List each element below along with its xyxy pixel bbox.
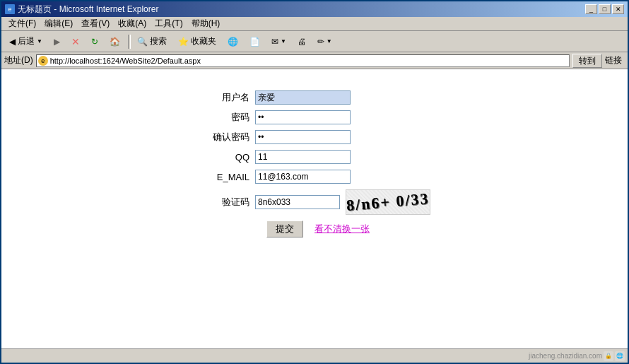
menu-file[interactable]: 文件(F) [4, 17, 40, 30]
refresh-button[interactable]: ↻ [86, 33, 103, 50]
password-row: 密码 [199, 110, 430, 124]
history-button[interactable]: 📄 [245, 33, 265, 50]
menu-view[interactable]: 查看(V) [77, 17, 114, 30]
address-input[interactable] [50, 57, 568, 65]
forward-button[interactable]: ▶ [49, 33, 65, 50]
maximize-button[interactable]: □ [599, 4, 611, 14]
menu-favorites[interactable]: 收藏(A) [114, 17, 151, 30]
menu-help[interactable]: 帮助(H) [187, 17, 225, 30]
address-input-wrap: e [36, 54, 570, 67]
security-icon: 🔒 [604, 351, 613, 361]
address-label: 地址(D) [4, 54, 33, 66]
qq-input[interactable] [255, 150, 351, 164]
go-button[interactable]: 转到 [572, 54, 602, 68]
edit-dropdown-icon: ▼ [327, 38, 332, 45]
title-bar: e 无标题页 - Microsoft Internet Explorer _ □… [1, 1, 628, 17]
refresh-icon: ↻ [91, 37, 98, 47]
window-title: 无标题页 - Microsoft Internet Explorer [18, 4, 158, 16]
email-row: E_MAIL [199, 170, 430, 184]
captcha-row: 验证码 8/n6+ 0/33 [199, 189, 430, 215]
home-button[interactable]: 🏠 [105, 33, 125, 50]
password-label: 密码 [199, 111, 255, 124]
mail-dropdown-icon: ▼ [281, 38, 286, 45]
search-icon: 🔍 [137, 37, 148, 47]
status-bar: jiacheng.chazidian.com 🔒 🌐 [1, 348, 628, 363]
stop-icon: ✕ [71, 36, 80, 47]
username-label: 用户名 [199, 91, 255, 104]
page-icon: e [38, 56, 48, 66]
username-input[interactable] [255, 90, 351, 105]
refresh-captcha-link[interactable]: 看不清换一张 [314, 223, 370, 235]
mail-button[interactable]: ✉ ▼ [266, 33, 291, 50]
submit-button[interactable]: 提交 [266, 221, 303, 237]
qq-row: QQ [199, 150, 430, 164]
forward-icon: ▶ [54, 37, 60, 47]
media-icon: 🌐 [228, 37, 238, 47]
email-label: E_MAIL [199, 172, 255, 182]
password-input[interactable] [255, 110, 351, 124]
back-icon: ◀ [9, 37, 16, 47]
confirm-input[interactable] [255, 130, 351, 144]
stop-button[interactable]: ✕ [66, 33, 85, 50]
mail-icon: ✉ [271, 37, 278, 47]
address-bar: 地址(D) e 转到 链接 [1, 52, 628, 69]
qq-label: QQ [199, 152, 255, 163]
toolbar: ◀ 后退 ▼ ▶ ✕ ↻ 🏠 🔍 搜索 ⭐ 收藏夹 🌐 📄 [1, 31, 628, 52]
captcha-input[interactable] [255, 195, 340, 209]
captcha-image: 8/n6+ 0/33 [346, 189, 430, 215]
home-icon: 🏠 [110, 37, 120, 47]
confirm-row: 确认密码 [199, 130, 430, 144]
status-right: jiacheng.chazidian.com 🔒 🌐 [529, 351, 625, 361]
edit-button[interactable]: ✏ ▼ [312, 33, 337, 50]
menu-tools[interactable]: 工具(T) [151, 17, 187, 30]
submit-row: 提交 看不清换一张 [199, 221, 430, 237]
back-dropdown-icon: ▼ [37, 38, 42, 45]
close-button[interactable]: ✕ [612, 4, 624, 14]
registration-form: 用户名 密码 确认密码 QQ E_MAIL [199, 90, 430, 237]
watermark-text: jiacheng.chazidian.com [529, 352, 602, 360]
print-icon: 🖨 [298, 37, 306, 47]
email-input[interactable] [255, 170, 351, 184]
history-icon: 📄 [249, 37, 260, 47]
print-button[interactable]: 🖨 [293, 33, 311, 50]
back-button[interactable]: ◀ 后退 ▼ [4, 33, 47, 50]
confirm-label: 确认密码 [199, 131, 255, 143]
captcha-label: 验证码 [199, 196, 255, 209]
menu-bar: 文件(F) 编辑(E) 查看(V) 收藏(A) 工具(T) 帮助(H) [1, 17, 628, 31]
content-area: 用户名 密码 确认密码 QQ E_MAIL [1, 69, 628, 348]
edit-icon: ✏ [317, 37, 324, 47]
browser-icon: e [5, 4, 15, 14]
favorites-button[interactable]: ⭐ 收藏夹 [173, 33, 221, 50]
browser-window: e 无标题页 - Microsoft Internet Explorer _ □… [0, 0, 629, 364]
media-button[interactable]: 🌐 [223, 33, 243, 50]
window-controls: _ □ ✕ [585, 4, 624, 14]
captcha-container: 8/n6+ 0/33 [255, 189, 430, 215]
menu-edit[interactable]: 编辑(E) [40, 17, 77, 30]
links-button[interactable]: 链接 [602, 54, 625, 67]
search-button[interactable]: 🔍 搜索 [132, 33, 172, 50]
minimize-button[interactable]: _ [585, 4, 597, 14]
favorites-icon: ⭐ [178, 37, 189, 47]
username-row: 用户名 [199, 90, 430, 105]
zone-icon: 🌐 [615, 351, 625, 361]
